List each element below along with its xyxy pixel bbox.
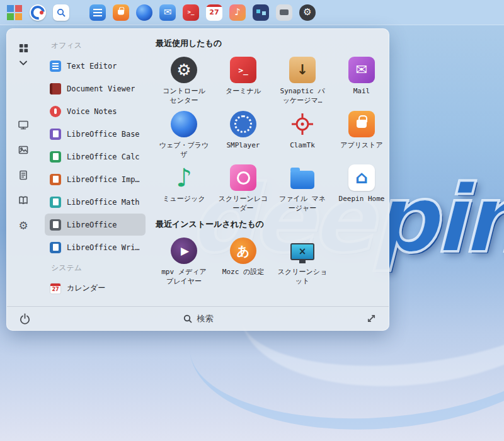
deepin-home-icon: ⌂ bbox=[348, 164, 375, 191]
screen-recorder-icon bbox=[230, 164, 256, 191]
gear-glyph: ⚙ bbox=[303, 8, 311, 17]
app-label: Document Viewer bbox=[67, 84, 135, 93]
dock-item-grand-search[interactable] bbox=[52, 3, 71, 22]
app-label: Text Editor bbox=[67, 62, 117, 71]
libreoffice-math-icon bbox=[50, 197, 61, 208]
mail-envelope-icon: ✉ bbox=[159, 4, 176, 21]
app-label: LibreOffice bbox=[67, 220, 117, 229]
app-label: LibreOffice Calc bbox=[67, 152, 140, 161]
app-list-item-libreoffice-writer[interactable]: LibreOffice Wri… bbox=[45, 236, 146, 258]
app-label: Voice Notes bbox=[67, 107, 117, 116]
category-display-icon[interactable] bbox=[15, 117, 32, 132]
app-grid-item-terminal[interactable]: >_ ターミナル bbox=[214, 55, 272, 106]
terminal-icon: >_ bbox=[230, 57, 256, 83]
category-reader-icon[interactable] bbox=[15, 193, 32, 208]
dock-item-launcher[interactable] bbox=[5, 3, 24, 22]
control-center-icon: ⚙ bbox=[171, 57, 197, 83]
music-note-icon: ♪ bbox=[171, 164, 197, 191]
app-grid-item-screen-recorder[interactable]: スクリーンレコーダー bbox=[214, 163, 272, 214]
dock-item-deepin[interactable] bbox=[28, 3, 47, 22]
view-mode-toggle-icon[interactable] bbox=[15, 40, 32, 55]
app-store-icon bbox=[113, 4, 129, 21]
app-label: コントロール センター bbox=[159, 87, 209, 106]
dock-item-remote-assistance[interactable] bbox=[251, 3, 270, 22]
app-grid-item-clamtk[interactable]: ClamTk bbox=[273, 110, 331, 160]
calendar-icon: 27 bbox=[206, 4, 222, 21]
recent-used-grid: ⚙ コントロール センター >_ ターミナル ↓ Synaptic パッケージマ… bbox=[154, 55, 385, 214]
category-documents-icon[interactable] bbox=[15, 168, 32, 183]
app-grid-item-mpv[interactable]: ▶ mpv メディア プレイヤー bbox=[155, 236, 213, 287]
category-system-icon[interactable]: ⚙ bbox=[15, 218, 32, 233]
gear-glyph: ⚙ bbox=[176, 62, 191, 78]
app-list-item-voice-notes[interactable]: Voice Notes bbox=[45, 100, 146, 122]
app-label: スクリーンレコーダー bbox=[218, 195, 268, 214]
app-label: mpv メディア プレイヤー bbox=[159, 268, 209, 287]
app-list-item-calendar[interactable]: 27 カレンダー bbox=[45, 277, 146, 299]
search-field[interactable]: 検索 bbox=[7, 307, 389, 330]
dock-item-browser[interactable] bbox=[135, 3, 154, 22]
app-grid-item-screenshot[interactable]: × スクリーンショット bbox=[273, 236, 331, 287]
app-label: カレンダー bbox=[67, 283, 105, 294]
calendar-icon: 27 bbox=[50, 283, 61, 294]
dock-item-control-center[interactable]: ⚙ bbox=[298, 3, 317, 22]
libreoffice-icon bbox=[50, 219, 61, 231]
fullscreen-toggle-button[interactable] bbox=[364, 311, 379, 326]
bag-shape bbox=[357, 120, 367, 128]
note-glyph: ♪ bbox=[234, 8, 241, 17]
app-grid-item-synaptic[interactable]: ↓ Synaptic パッケージマ… bbox=[273, 55, 331, 106]
app-list-item-libreoffice[interactable]: LibreOffice bbox=[45, 214, 146, 236]
app-list-item-libreoffice-math[interactable]: LibreOffice Math bbox=[45, 191, 146, 213]
gear-icon: ⚙ bbox=[299, 4, 316, 21]
dock-item-file-manager[interactable] bbox=[88, 3, 107, 22]
calendar-day: 27 bbox=[209, 8, 219, 16]
dock-item-app-store[interactable] bbox=[112, 3, 130, 22]
dock-item-calendar[interactable]: 27 bbox=[205, 3, 224, 22]
file-manager-icon bbox=[89, 4, 106, 21]
power-button[interactable] bbox=[17, 311, 32, 326]
app-label: LibreOffice Math bbox=[67, 198, 140, 207]
app-grid-item-web-browser[interactable]: ウェブ・ブラウザ bbox=[155, 110, 213, 160]
app-list-column: オフィス Text Editor Document Viewer Voice N… bbox=[40, 29, 152, 306]
document-viewer-icon bbox=[50, 83, 61, 94]
app-grid-item-file-manager[interactable]: ファイル マネージャー bbox=[273, 163, 331, 214]
app-label: LibreOffice Wri… bbox=[67, 243, 140, 252]
dock-item-device-manager[interactable] bbox=[275, 3, 294, 22]
recent-installed-grid: ▶ mpv メディア プレイヤー あ Mozc の設定 × スクリーンショット bbox=[154, 236, 385, 287]
app-list-item-document-viewer[interactable]: Document Viewer bbox=[45, 77, 146, 100]
browser-globe-icon bbox=[136, 4, 152, 21]
voice-notes-icon bbox=[50, 106, 61, 117]
dock: ✉ >_ 27 ♪ ⚙ bbox=[0, 0, 504, 25]
folder-shape bbox=[290, 171, 314, 189]
app-label: スクリーンショット bbox=[277, 268, 328, 287]
app-label: ClamTk bbox=[277, 141, 328, 151]
dock-item-music[interactable]: ♪ bbox=[228, 3, 247, 22]
libreoffice-impress-icon bbox=[50, 174, 61, 185]
app-grid-item-deepin-home[interactable]: ⌂ Deepin Home bbox=[333, 163, 389, 214]
app-label: Synaptic パッケージマ… bbox=[277, 87, 328, 106]
clamtk-target-icon bbox=[289, 111, 316, 137]
dock-item-mail[interactable]: ✉ bbox=[158, 3, 177, 22]
app-grid-item-mail[interactable]: ✉ Mail bbox=[333, 55, 389, 106]
bag-shape bbox=[118, 9, 124, 14]
category-header-system: システム bbox=[40, 259, 152, 277]
calendar-day: 27 bbox=[52, 287, 59, 292]
app-grid-item-app-store[interactable]: アプリストア bbox=[333, 110, 389, 160]
app-list-item-text-editor[interactable]: Text Editor bbox=[45, 55, 146, 77]
down-arrow-glyph: ↓ bbox=[297, 63, 308, 77]
app-grid-item-mozc[interactable]: あ Mozc の設定 bbox=[214, 236, 272, 287]
desktop: deepin ✉ >_ 27 ♪ ⚙ bbox=[0, 0, 504, 441]
app-list-item-libreoffice-calc[interactable]: LibreOffice Calc bbox=[45, 146, 146, 168]
app-label: ファイル マネージャー bbox=[277, 195, 328, 214]
dock-item-terminal[interactable]: >_ bbox=[181, 3, 200, 22]
app-grid-item-music[interactable]: ♪ ミュージック bbox=[155, 163, 213, 214]
app-list-item-libreoffice-impress[interactable]: LibreOffice Imp… bbox=[45, 168, 146, 190]
app-grid-item-control-center[interactable]: ⚙ コントロール センター bbox=[155, 55, 213, 106]
note-glyph: ♪ bbox=[176, 165, 192, 190]
launcher-panel: ⚙ オフィス Text Editor Document Viewer Voice bbox=[6, 28, 389, 331]
app-list-item-libreoffice-base[interactable]: LibreOffice Base bbox=[45, 123, 146, 145]
category-graphics-icon[interactable] bbox=[15, 142, 32, 158]
gear-glyph: ⚙ bbox=[18, 220, 28, 231]
chevron-down-icon[interactable] bbox=[15, 55, 32, 71]
app-grid-item-smplayer[interactable]: SMPlayer bbox=[214, 110, 272, 160]
app-label: Mozc の設定 bbox=[218, 268, 268, 277]
